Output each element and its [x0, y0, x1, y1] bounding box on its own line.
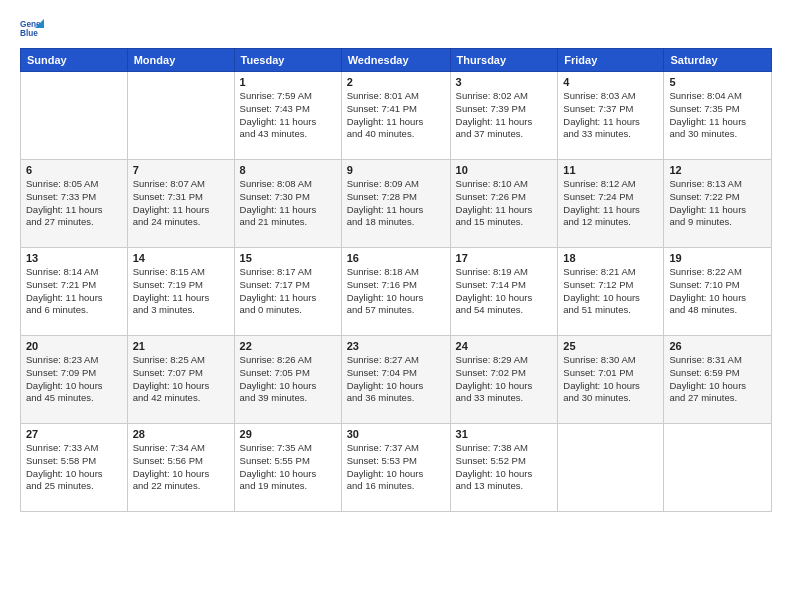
calendar-cell: 12Sunrise: 8:13 AM Sunset: 7:22 PM Dayli…	[664, 160, 772, 248]
calendar-cell: 3Sunrise: 8:02 AM Sunset: 7:39 PM Daylig…	[450, 72, 558, 160]
day-info: Sunrise: 8:01 AM Sunset: 7:41 PM Dayligh…	[347, 90, 445, 141]
header: General Blue	[20, 16, 772, 40]
day-number: 8	[240, 164, 336, 176]
day-number: 17	[456, 252, 553, 264]
calendar-cell: 17Sunrise: 8:19 AM Sunset: 7:14 PM Dayli…	[450, 248, 558, 336]
day-number: 21	[133, 340, 229, 352]
day-info: Sunrise: 8:12 AM Sunset: 7:24 PM Dayligh…	[563, 178, 658, 229]
day-info: Sunrise: 7:37 AM Sunset: 5:53 PM Dayligh…	[347, 442, 445, 493]
day-info: Sunrise: 8:10 AM Sunset: 7:26 PM Dayligh…	[456, 178, 553, 229]
calendar-week-row: 27Sunrise: 7:33 AM Sunset: 5:58 PM Dayli…	[21, 424, 772, 512]
day-number: 9	[347, 164, 445, 176]
calendar-cell: 30Sunrise: 7:37 AM Sunset: 5:53 PM Dayli…	[341, 424, 450, 512]
day-info: Sunrise: 8:31 AM Sunset: 6:59 PM Dayligh…	[669, 354, 766, 405]
calendar-cell: 27Sunrise: 7:33 AM Sunset: 5:58 PM Dayli…	[21, 424, 128, 512]
weekday-header: Thursday	[450, 49, 558, 72]
calendar-cell: 24Sunrise: 8:29 AM Sunset: 7:02 PM Dayli…	[450, 336, 558, 424]
day-info: Sunrise: 8:02 AM Sunset: 7:39 PM Dayligh…	[456, 90, 553, 141]
weekday-header: Monday	[127, 49, 234, 72]
weekday-header: Wednesday	[341, 49, 450, 72]
day-info: Sunrise: 8:07 AM Sunset: 7:31 PM Dayligh…	[133, 178, 229, 229]
calendar-cell	[558, 424, 664, 512]
day-number: 27	[26, 428, 122, 440]
day-number: 14	[133, 252, 229, 264]
day-info: Sunrise: 8:13 AM Sunset: 7:22 PM Dayligh…	[669, 178, 766, 229]
day-number: 7	[133, 164, 229, 176]
logo: General Blue	[20, 16, 48, 40]
day-number: 20	[26, 340, 122, 352]
calendar-cell: 1Sunrise: 7:59 AM Sunset: 7:43 PM Daylig…	[234, 72, 341, 160]
day-info: Sunrise: 8:30 AM Sunset: 7:01 PM Dayligh…	[563, 354, 658, 405]
calendar-cell: 26Sunrise: 8:31 AM Sunset: 6:59 PM Dayli…	[664, 336, 772, 424]
calendar-cell: 10Sunrise: 8:10 AM Sunset: 7:26 PM Dayli…	[450, 160, 558, 248]
day-info: Sunrise: 8:03 AM Sunset: 7:37 PM Dayligh…	[563, 90, 658, 141]
day-number: 18	[563, 252, 658, 264]
day-number: 31	[456, 428, 553, 440]
calendar-cell: 15Sunrise: 8:17 AM Sunset: 7:17 PM Dayli…	[234, 248, 341, 336]
day-number: 26	[669, 340, 766, 352]
day-info: Sunrise: 7:34 AM Sunset: 5:56 PM Dayligh…	[133, 442, 229, 493]
day-info: Sunrise: 7:33 AM Sunset: 5:58 PM Dayligh…	[26, 442, 122, 493]
calendar-cell	[127, 72, 234, 160]
day-number: 23	[347, 340, 445, 352]
day-number: 12	[669, 164, 766, 176]
day-info: Sunrise: 8:22 AM Sunset: 7:10 PM Dayligh…	[669, 266, 766, 317]
calendar-week-row: 1Sunrise: 7:59 AM Sunset: 7:43 PM Daylig…	[21, 72, 772, 160]
day-number: 6	[26, 164, 122, 176]
calendar-week-row: 6Sunrise: 8:05 AM Sunset: 7:33 PM Daylig…	[21, 160, 772, 248]
day-number: 29	[240, 428, 336, 440]
day-info: Sunrise: 8:29 AM Sunset: 7:02 PM Dayligh…	[456, 354, 553, 405]
calendar-cell: 4Sunrise: 8:03 AM Sunset: 7:37 PM Daylig…	[558, 72, 664, 160]
day-number: 28	[133, 428, 229, 440]
day-info: Sunrise: 8:25 AM Sunset: 7:07 PM Dayligh…	[133, 354, 229, 405]
calendar-cell: 21Sunrise: 8:25 AM Sunset: 7:07 PM Dayli…	[127, 336, 234, 424]
calendar-cell: 13Sunrise: 8:14 AM Sunset: 7:21 PM Dayli…	[21, 248, 128, 336]
calendar-week-row: 20Sunrise: 8:23 AM Sunset: 7:09 PM Dayli…	[21, 336, 772, 424]
day-info: Sunrise: 8:15 AM Sunset: 7:19 PM Dayligh…	[133, 266, 229, 317]
day-info: Sunrise: 7:35 AM Sunset: 5:55 PM Dayligh…	[240, 442, 336, 493]
calendar-cell: 8Sunrise: 8:08 AM Sunset: 7:30 PM Daylig…	[234, 160, 341, 248]
day-number: 30	[347, 428, 445, 440]
day-number: 11	[563, 164, 658, 176]
weekday-header: Tuesday	[234, 49, 341, 72]
day-info: Sunrise: 8:27 AM Sunset: 7:04 PM Dayligh…	[347, 354, 445, 405]
day-info: Sunrise: 8:26 AM Sunset: 7:05 PM Dayligh…	[240, 354, 336, 405]
calendar-cell: 25Sunrise: 8:30 AM Sunset: 7:01 PM Dayli…	[558, 336, 664, 424]
day-info: Sunrise: 8:05 AM Sunset: 7:33 PM Dayligh…	[26, 178, 122, 229]
day-number: 4	[563, 76, 658, 88]
weekday-header: Friday	[558, 49, 664, 72]
day-number: 1	[240, 76, 336, 88]
svg-text:Blue: Blue	[20, 29, 38, 38]
calendar-cell: 18Sunrise: 8:21 AM Sunset: 7:12 PM Dayli…	[558, 248, 664, 336]
logo-icon: General Blue	[20, 16, 44, 40]
day-number: 10	[456, 164, 553, 176]
calendar-cell	[664, 424, 772, 512]
calendar-cell: 28Sunrise: 7:34 AM Sunset: 5:56 PM Dayli…	[127, 424, 234, 512]
calendar-cell: 22Sunrise: 8:26 AM Sunset: 7:05 PM Dayli…	[234, 336, 341, 424]
day-info: Sunrise: 8:23 AM Sunset: 7:09 PM Dayligh…	[26, 354, 122, 405]
calendar-table: SundayMondayTuesdayWednesdayThursdayFrid…	[20, 48, 772, 512]
calendar-cell: 6Sunrise: 8:05 AM Sunset: 7:33 PM Daylig…	[21, 160, 128, 248]
day-number: 13	[26, 252, 122, 264]
calendar-cell: 7Sunrise: 8:07 AM Sunset: 7:31 PM Daylig…	[127, 160, 234, 248]
calendar-cell: 19Sunrise: 8:22 AM Sunset: 7:10 PM Dayli…	[664, 248, 772, 336]
day-number: 5	[669, 76, 766, 88]
day-number: 24	[456, 340, 553, 352]
day-number: 22	[240, 340, 336, 352]
header-row: SundayMondayTuesdayWednesdayThursdayFrid…	[21, 49, 772, 72]
day-info: Sunrise: 8:08 AM Sunset: 7:30 PM Dayligh…	[240, 178, 336, 229]
weekday-header: Sunday	[21, 49, 128, 72]
day-info: Sunrise: 7:59 AM Sunset: 7:43 PM Dayligh…	[240, 90, 336, 141]
calendar-cell: 5Sunrise: 8:04 AM Sunset: 7:35 PM Daylig…	[664, 72, 772, 160]
day-number: 25	[563, 340, 658, 352]
calendar-cell	[21, 72, 128, 160]
day-number: 15	[240, 252, 336, 264]
calendar-cell: 11Sunrise: 8:12 AM Sunset: 7:24 PM Dayli…	[558, 160, 664, 248]
day-info: Sunrise: 8:17 AM Sunset: 7:17 PM Dayligh…	[240, 266, 336, 317]
day-info: Sunrise: 8:04 AM Sunset: 7:35 PM Dayligh…	[669, 90, 766, 141]
calendar-cell: 9Sunrise: 8:09 AM Sunset: 7:28 PM Daylig…	[341, 160, 450, 248]
calendar-cell: 14Sunrise: 8:15 AM Sunset: 7:19 PM Dayli…	[127, 248, 234, 336]
day-info: Sunrise: 7:38 AM Sunset: 5:52 PM Dayligh…	[456, 442, 553, 493]
calendar-cell: 20Sunrise: 8:23 AM Sunset: 7:09 PM Dayli…	[21, 336, 128, 424]
day-info: Sunrise: 8:14 AM Sunset: 7:21 PM Dayligh…	[26, 266, 122, 317]
